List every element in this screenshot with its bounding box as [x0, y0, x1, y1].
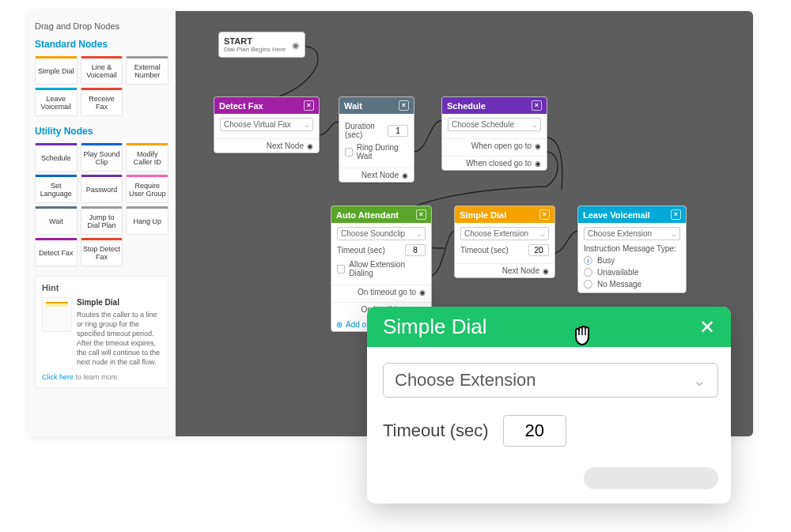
sidebar-title: Drag and Drop Nodes	[35, 21, 168, 31]
wait-duration-label: Duration (sec)	[345, 122, 388, 139]
node-title: Leave Voicemail	[583, 210, 650, 220]
palette-node[interactable]: Password	[81, 175, 123, 203]
palette-grid: Simple DialLine & VoicemailExternal Numb…	[35, 56, 168, 116]
palette-node[interactable]: Schedule	[35, 143, 78, 172]
close-icon[interactable]: ×	[532, 100, 542, 111]
palette-node[interactable]: Wait	[35, 206, 78, 235]
schedule-node[interactable]: Schedule × Choose Schedule When open go …	[441, 96, 547, 171]
leave-vm-radio[interactable]: Unavailable	[584, 268, 680, 277]
start-title: START	[224, 36, 252, 46]
palette-node[interactable]: Require User Group	[126, 175, 168, 203]
hint-text: Simple Dial Routes the caller to a line …	[77, 297, 161, 367]
wait-next-port[interactable]: Next Node	[339, 168, 414, 182]
schedule-closed-port[interactable]: When closed go to	[442, 156, 547, 170]
start-node[interactable]: START Dial Plan Begins Here ◉	[218, 32, 305, 58]
auto-attendant-header[interactable]: Auto Attendant ×	[331, 206, 431, 223]
close-icon[interactable]: ×	[304, 100, 314, 111]
palette-node[interactable]: Simple Dial	[35, 56, 78, 85]
hint-panel: Hint Simple Dial Routes the caller to a …	[35, 276, 168, 388]
palette-node[interactable]: Detect Fax	[35, 238, 78, 266]
palette-node[interactable]: External Number	[126, 56, 168, 85]
popup-header[interactable]: Simple Dial ✕	[367, 307, 731, 347]
aa-timeout-port[interactable]: On timeout go to	[331, 285, 431, 299]
palette-node[interactable]: Set Language	[35, 175, 78, 203]
schedule-header[interactable]: Schedule ×	[442, 97, 547, 114]
simple-dial-ext-select[interactable]: Choose Extension	[460, 227, 549, 240]
start-subtitle: Dial Plan Begins Here	[224, 46, 300, 53]
node-title: Wait	[344, 101, 362, 111]
hint-title: Hint	[42, 283, 161, 292]
palette-node[interactable]: Line & Voicemail	[81, 56, 123, 85]
sidebar: Drag and Drop Nodes Standard NodesSimple…	[28, 11, 176, 436]
wait-node[interactable]: Wait × Duration (sec) Ring During Wait N…	[339, 96, 414, 183]
palette-heading: Utility Nodes	[35, 126, 168, 137]
radio-icon	[584, 280, 592, 289]
hint-node-name: Simple Dial	[77, 297, 161, 308]
popup-close-icon[interactable]: ✕	[699, 316, 715, 338]
node-title: Schedule	[447, 101, 486, 111]
radio-label: Busy	[597, 256, 615, 265]
radio-icon	[584, 256, 592, 265]
close-icon[interactable]: ×	[416, 209, 426, 220]
simple-dial-popup[interactable]: Simple Dial ✕ Choose Extension ⌄ Timeout…	[367, 307, 731, 504]
hint-description: Routes the caller to a line or ring grou…	[77, 311, 160, 367]
palette-node[interactable]: Modify Caller ID	[126, 143, 168, 172]
leave-vm-header[interactable]: Leave Voicemail ×	[578, 206, 686, 223]
popup-timeout-input[interactable]	[503, 415, 566, 447]
node-title: Auto Attendant	[336, 210, 399, 220]
aa-timeout-label: Timeout (sec)	[337, 246, 385, 255]
radio-icon	[584, 268, 592, 277]
close-icon[interactable]: ×	[539, 209, 550, 220]
leave-vm-radio[interactable]: Busy	[584, 256, 680, 265]
chevron-down-icon: ⌄	[693, 371, 706, 390]
leave-vm-msg-label: Instruction Message Type:	[584, 244, 680, 253]
close-icon[interactable]: ×	[671, 209, 681, 220]
palette-node[interactable]: Stop Detect Fax	[81, 238, 123, 266]
detect-fax-next-port[interactable]: Next Node	[214, 138, 319, 153]
schedule-open-port[interactable]: When open go to	[442, 138, 547, 153]
simple-dial-header[interactable]: Simple Dial ×	[455, 206, 554, 223]
detect-fax-select[interactable]: Choose Virtual Fax	[220, 118, 313, 131]
detect-fax-header[interactable]: Detect Fax ×	[214, 97, 319, 114]
popup-extension-select[interactable]: Choose Extension ⌄	[383, 363, 718, 398]
palette-node[interactable]: Play Sound Clip	[81, 143, 123, 172]
hint-link[interactable]: Click here to learn more.	[42, 373, 161, 381]
detect-fax-node[interactable]: Detect Fax × Choose Virtual Fax Next Nod…	[214, 96, 320, 153]
wait-duration-input[interactable]	[388, 125, 408, 137]
aa-allow-ext-checkbox[interactable]: Allow Extension Dialing	[337, 260, 426, 277]
auto-attendant-soundclip-select[interactable]: Choose Soundclip	[337, 227, 426, 240]
node-title: Simple Dial	[460, 210, 506, 220]
leave-vm-radio[interactable]: No Message	[584, 280, 680, 289]
palette-node[interactable]: Hang Up	[126, 206, 168, 235]
schedule-select[interactable]: Choose Schedule	[448, 118, 541, 131]
aa-timeout-input[interactable]	[405, 244, 426, 256]
palette-heading: Standard Nodes	[35, 39, 168, 50]
hint-thumbnail	[42, 297, 72, 332]
close-icon[interactable]: ×	[399, 100, 409, 111]
node-title: Detect Fax	[219, 101, 263, 111]
leave-voicemail-node[interactable]: Leave Voicemail × Choose Extension Instr…	[577, 206, 687, 293]
popup-submit-button[interactable]	[584, 467, 718, 489]
palette-node[interactable]: Receive Fax	[81, 88, 123, 116]
start-out-port[interactable]: ◉	[292, 40, 300, 50]
leave-vm-ext-select[interactable]: Choose Extension	[584, 227, 680, 240]
popup-timeout-label: Timeout (sec)	[383, 421, 489, 441]
popup-title: Simple Dial	[383, 315, 487, 339]
wait-header[interactable]: Wait ×	[339, 97, 414, 114]
palette-node[interactable]: Leave Voicemail	[35, 88, 78, 116]
simple-dial-node[interactable]: Simple Dial × Choose Extension Timeout (…	[454, 206, 555, 278]
palette-grid: SchedulePlay Sound ClipModify Caller IDS…	[35, 143, 168, 266]
palette-node[interactable]: Jump to Dial Plan	[81, 206, 123, 235]
radio-label: No Message	[597, 280, 642, 289]
radio-label: Unavailable	[597, 268, 638, 277]
simple-dial-next-port[interactable]: Next Node	[455, 263, 554, 277]
wait-ring-checkbox[interactable]: Ring During Wait	[345, 143, 408, 160]
sd-timeout-label: Timeout (sec)	[460, 246, 509, 255]
sd-timeout-input[interactable]	[528, 244, 549, 256]
